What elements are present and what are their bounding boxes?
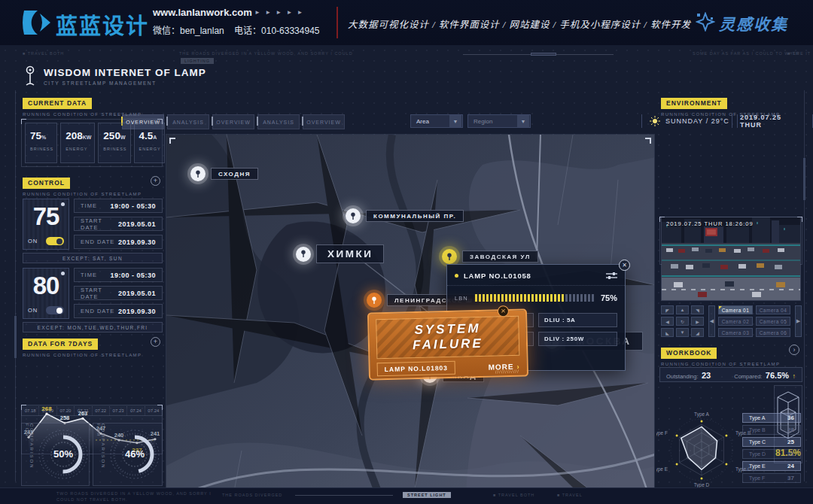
banner-website[interactable]: www.lanlanwork.com [153,7,252,18]
region-select[interactable]: Region ▼ [467,114,531,128]
camera-06-button[interactable]: Camera 06 [756,328,790,337]
footer-strip: TWO ROADS DIVERGED IN A YELLOW WOOD, AND… [0,487,813,504]
comparison-gauge-2: COMPARISON FOR 46% [93,423,163,486]
pin-skhodnya[interactable]: СХОДНЯ [190,166,258,181]
lamp-mini-icon [61,202,65,206]
traffic-scene [662,217,801,301]
app-title: WISDOM INTERNET OF LAMP [44,67,206,78]
stat-briness-w: 250W BRINESS [98,123,130,163]
pin-kommunalny[interactable]: КОММУНАЛЬНЫЙ ПР. [346,208,464,223]
area-select[interactable]: Area ▼ [410,114,463,128]
gauge2-value: 46% [107,448,163,460]
panel-environment: ENVIRONMENT RUNNING CONDITION OF STREETL… [661,95,780,117]
banner-phone: 电话：010-63334945 [234,26,319,36]
control-group2-toggle[interactable] [46,306,64,314]
map-corner-tick [645,138,651,144]
gauge1-label: COMPARISON FOR [25,424,34,485]
lbn-bar-fill [475,294,565,302]
lamp-pin-icon [346,208,361,223]
control-group1-toggle[interactable] [46,237,64,245]
system-failure-alert: ✕ SYSTEM FAILURE LAMP NO.L01803 MORE › /… [367,308,528,380]
pan-down-right-icon[interactable]: ◢ [691,328,704,337]
tab-overview-2[interactable]: OVERVIEW [212,114,254,129]
lamp-pin-icon [296,247,311,262]
banner-divider [336,7,338,38]
tab-analysis-2[interactable]: ANALYSIS [257,114,300,129]
camera-03-button[interactable]: Camera 03 [718,328,753,337]
control-group2-start-row[interactable]: START DATE2019.05.01 [74,286,163,300]
workbook-title: WORKBOOK [661,348,717,359]
left-scroll-rail[interactable] [15,90,16,481]
svg-text:Type A: Type A [694,411,710,417]
banner-collect[interactable]: 灵感收集 [719,12,788,35]
control-title: CONTROL [23,178,70,189]
streetlamp-icon [23,65,38,87]
workbook-subtitle: RUNNING CONDITION OF STREETLAMP [661,362,780,366]
current-data-subtitle: RUNNING CONDITION OF STREETLAMP [23,112,142,117]
camera-feed[interactable]: 2019.07.25 THUR 18:26:09 [661,217,801,301]
deco-top-quote: THE ROADS DIVERGED IN A YELLOW WOOD, AND… [179,51,353,56]
workbook-more-icon[interactable]: › [789,345,799,355]
camera-buttons: Camera 01 Camera 02 Camera 03 Camera 04 … [718,305,790,337]
control-expand-button[interactable]: + [151,176,160,186]
panel-current-data: CURRENT DATA RUNNING CONDITION OF STREET… [23,95,142,117]
control-group1-start-row[interactable]: START DATE2019.05.01 [74,217,163,231]
environment-subtitle: RUNNING CONDITION OF STREETLAMP [661,112,780,117]
lbn-progress-row: LBN 75% [447,286,625,307]
control-group1-time-row[interactable]: TIME19:00 - 05:30 [74,199,163,213]
footer-line [295,495,393,496]
pin-khimki[interactable]: ХИМКИ [296,244,384,263]
lamp-pin-icon [442,249,457,264]
pan-down-left-icon[interactable]: ◣ [661,328,674,337]
pan-up-right-icon[interactable]: ◥ [691,305,704,314]
pin-zavodskaya[interactable]: ЗАВОДСКАЯ УЛ [442,249,538,264]
area-select-value: Area [416,118,429,125]
type-b-row[interactable]: Type B28 [742,425,801,435]
footer-marker-2: ■ TRAVEL [557,493,583,497]
week-chart-expand-button[interactable]: + [151,337,160,347]
reset-view-icon[interactable]: ↻ [676,317,689,326]
banner-wechat: 微信：ben_lanlan [153,26,224,36]
right-scroll-rail[interactable] [804,90,805,481]
camera-timestamp: 2019.07.25 THUR 18:26:09 [666,220,754,227]
region-select-value: Region [473,118,492,125]
type-radar-chart: Type AType BType CType DType EType F [656,411,751,489]
city-map[interactable]: СХОДНЯ КОММУНАЛЬНЫЙ ПР. ХИМКИ ЗАВОДСКАЯ … [166,134,655,504]
camera-prev-button[interactable]: ◀ [708,305,715,337]
banner-arrows: ► ► ► ► ► [254,9,304,16]
type-a-row[interactable]: Type A36 [742,413,801,423]
type-e-row[interactable]: Type E24 [742,461,801,471]
dashboard: ■ TRAVEL BOTH THE ROADS DIVERGED IN A YE… [0,45,813,504]
top-banner: 蓝蓝设计 www.lanlanwork.com ► ► ► ► ► 微信：ben… [0,0,813,45]
camera-next-button[interactable]: ▶ [795,305,802,337]
comparison-gauge-1: COMPARISON FOR 50% [21,423,90,486]
tune-sliders-icon[interactable] [606,272,617,280]
camera-02-button[interactable]: Camera 02 [718,317,753,326]
pan-up-left-icon[interactable]: ◤ [661,305,674,314]
date-display: 2019.07.25 THUR [732,114,813,128]
control-group2-time-row[interactable]: TIME19:00 - 05:30 [74,268,163,282]
pan-right-icon[interactable]: ▶ [691,317,704,326]
tab-analysis-1[interactable]: ANALYSIS [167,114,209,129]
svg-text:Type E: Type E [656,466,668,472]
control-group2-value: 80 [23,272,69,300]
current-data-stats: 75% BRINESS 208KW ENERGY 250W BRINESS 4.… [21,119,163,167]
type-d-row[interactable]: Type D31 [742,449,801,459]
type-f-row[interactable]: Type F37 [742,473,801,483]
camera-01-button[interactable]: Camera 01 [718,305,753,314]
lamp-pin-icon [190,166,206,181]
deco-top-right: ■ TR [787,51,799,56]
type-c-row[interactable]: Type C25 [742,437,801,447]
camera-05-button[interactable]: Camera 05 [756,317,790,326]
control-group1-end-row[interactable]: END DATE2019.09.30 [74,235,163,249]
chevron-down-icon: ▼ [449,115,461,127]
camera-04-button[interactable]: Camera 04 [756,305,790,314]
tab-overview-3[interactable]: OVERVIEW [303,114,345,129]
pan-left-icon[interactable]: ◀ [661,317,674,326]
close-icon[interactable]: ✕ [619,260,630,271]
pan-up-icon[interactable]: ▲ [676,305,689,314]
footer-quote-1: TWO ROADS DIVERGED IN A YELLOW WOOD, AND… [56,491,212,496]
control-group2-end-row[interactable]: END DATE2019.09.30 [74,304,163,318]
pan-down-icon[interactable]: ▼ [676,328,689,337]
deco-slider-track [463,54,614,55]
